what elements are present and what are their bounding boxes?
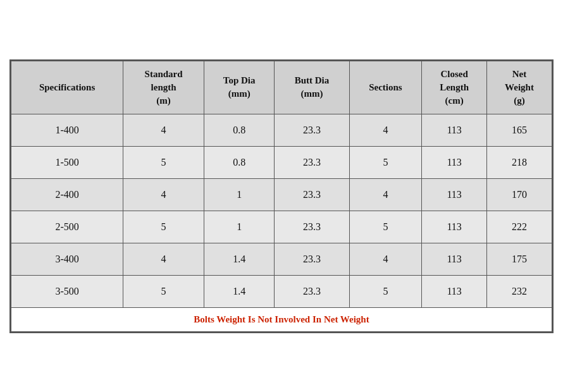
cell-butt_dia: 23.3 xyxy=(275,114,349,146)
cell-top_dia: 1.4 xyxy=(204,243,274,275)
cell-top_dia: 1.4 xyxy=(204,275,274,307)
header-net-weight: NetWeight(g) xyxy=(487,61,552,114)
cell-specifications: 3-400 xyxy=(11,243,123,275)
cell-specifications: 3-500 xyxy=(11,275,123,307)
cell-net_weight: 218 xyxy=(487,146,552,178)
cell-net_weight: 170 xyxy=(487,178,552,211)
cell-closed_length: 113 xyxy=(422,243,487,275)
cell-standard_length: 4 xyxy=(123,243,204,275)
cell-butt_dia: 23.3 xyxy=(275,243,349,275)
cell-standard_length: 4 xyxy=(123,178,204,211)
cell-sections: 4 xyxy=(349,114,422,146)
cell-closed_length: 113 xyxy=(422,275,487,307)
cell-butt_dia: 23.3 xyxy=(275,275,349,307)
cell-sections: 4 xyxy=(349,178,422,211)
header-closed-length: ClosedLength(cm) xyxy=(422,61,487,114)
cell-standard_length: 5 xyxy=(123,146,204,178)
table-row: 2-4004123.34113170 xyxy=(11,178,552,211)
cell-closed_length: 113 xyxy=(422,114,487,146)
table-row: 3-50051.423.35113232 xyxy=(11,275,552,307)
cell-net_weight: 165 xyxy=(487,114,552,146)
cell-standard_length: 5 xyxy=(123,275,204,307)
cell-sections: 5 xyxy=(349,146,422,178)
table-wrapper: Specifications Standardlength(m) Top Dia… xyxy=(9,59,554,333)
cell-top_dia: 1 xyxy=(204,211,274,243)
cell-sections: 5 xyxy=(349,275,422,307)
table-row: 1-40040.823.34113165 xyxy=(11,114,552,146)
cell-closed_length: 113 xyxy=(422,211,487,243)
header-standard-length: Standardlength(m) xyxy=(123,61,204,114)
header-specifications: Specifications xyxy=(11,61,123,114)
cell-net_weight: 232 xyxy=(487,275,552,307)
header-row: Specifications Standardlength(m) Top Dia… xyxy=(11,61,552,114)
cell-net_weight: 175 xyxy=(487,243,552,275)
cell-butt_dia: 23.3 xyxy=(275,146,349,178)
cell-standard_length: 5 xyxy=(123,211,204,243)
cell-specifications: 2-500 xyxy=(11,211,123,243)
footer-note: Bolts Weight Is Not Involved In Net Weig… xyxy=(11,307,552,331)
cell-specifications: 1-500 xyxy=(11,146,123,178)
cell-closed_length: 113 xyxy=(422,146,487,178)
header-top-dia: Top Dia(mm) xyxy=(204,61,274,114)
cell-top_dia: 0.8 xyxy=(204,114,274,146)
table-row: 2-5005123.35113222 xyxy=(11,211,552,243)
cell-specifications: 2-400 xyxy=(11,178,123,211)
cell-sections: 5 xyxy=(349,211,422,243)
table-row: 1-50050.823.35113218 xyxy=(11,146,552,178)
specifications-table: Specifications Standardlength(m) Top Dia… xyxy=(11,61,552,332)
cell-sections: 4 xyxy=(349,243,422,275)
cell-standard_length: 4 xyxy=(123,114,204,146)
cell-closed_length: 113 xyxy=(422,178,487,211)
cell-top_dia: 1 xyxy=(204,178,274,211)
cell-top_dia: 0.8 xyxy=(204,146,274,178)
cell-specifications: 1-400 xyxy=(11,114,123,146)
cell-net_weight: 222 xyxy=(487,211,552,243)
header-butt-dia: Butt Dia(mm) xyxy=(275,61,349,114)
table-row: 3-40041.423.34113175 xyxy=(11,243,552,275)
cell-butt_dia: 23.3 xyxy=(275,178,349,211)
header-sections: Sections xyxy=(349,61,422,114)
footer-row: Bolts Weight Is Not Involved In Net Weig… xyxy=(11,307,552,331)
cell-butt_dia: 23.3 xyxy=(275,211,349,243)
